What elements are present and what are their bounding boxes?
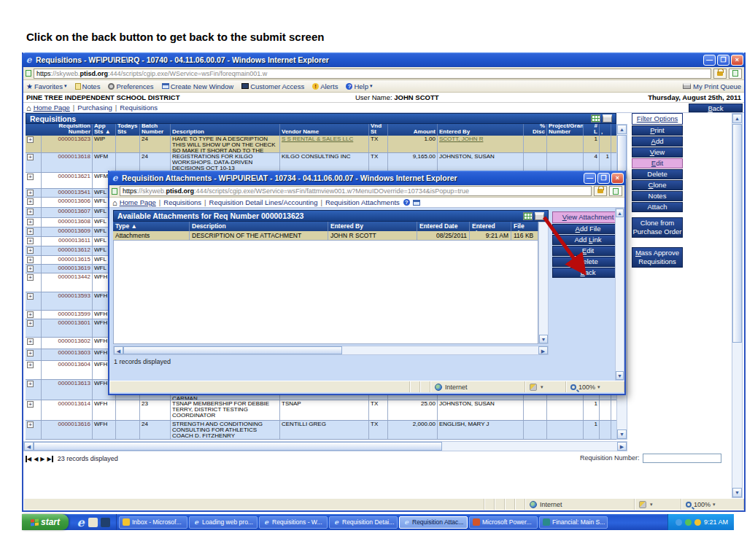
next-record-icon[interactable]: ▶: [40, 456, 44, 462]
page-scroll-down-icon[interactable]: ▼: [616, 371, 624, 380]
expand-row-icon[interactable]: +: [27, 190, 34, 196]
attachments-vscrollbar[interactable]: ▼: [538, 222, 549, 344]
export-excel-icon[interactable]: [591, 114, 600, 122]
add-file-button[interactable]: Add File: [552, 224, 624, 234]
task-requisition-detai[interactable]: eRequisition Detai...: [329, 516, 398, 529]
tray-icon[interactable]: [676, 519, 682, 526]
task-inbox-microsof[interactable]: Inbox - Microsof...: [119, 516, 187, 529]
modal-page-vscrollbar[interactable]: ▲ ▼: [615, 208, 624, 381]
toolbar-item-preferences[interactable]: Preferences: [108, 82, 153, 90]
expand-row-icon[interactable]: +: [27, 154, 34, 160]
expand-row-icon[interactable]: +: [27, 362, 34, 368]
page-scroll-up-icon[interactable]: ▲: [616, 209, 624, 217]
page-vscrollbar[interactable]: ▲ ▼: [732, 113, 743, 498]
print-queue-item[interactable]: My Print Queue: [683, 82, 741, 90]
main-url-field[interactable]: https://skyweb.ptisd.org:444/scripts/cgi…: [34, 69, 711, 79]
toolbar-item-alerts[interactable]: !Alerts: [312, 82, 338, 90]
toolbar-item-notes[interactable]: Notes: [75, 82, 101, 90]
print-button[interactable]: Print: [632, 125, 683, 136]
expand-row-icon[interactable]: +: [27, 350, 34, 357]
scroll-down-icon[interactable]: ▼: [539, 335, 548, 343]
page-scroll-up-icon[interactable]: ▲: [732, 114, 742, 123]
attachment-row[interactable]: AttachmentsDESCRIPTION OF THE ATTACHMENT…: [113, 231, 538, 241]
back-button[interactable]: Back: [552, 268, 624, 278]
session-icon[interactable]: [413, 200, 420, 206]
breadcrumb-requisitions[interactable]: Requisitions: [163, 198, 201, 206]
scroll-left-icon[interactable]: ◀: [24, 442, 34, 451]
expand-row-icon[interactable]: +: [27, 136, 34, 143]
hscroll-thumb[interactable]: [123, 346, 342, 354]
hscroll-thumb[interactable]: [34, 442, 442, 451]
delete-button[interactable]: Delete: [632, 169, 683, 179]
view-attachment-button[interactable]: View Attachment: [552, 211, 624, 223]
expand-row-icon[interactable]: +: [27, 401, 34, 408]
scroll-up-icon[interactable]: ▲: [617, 125, 627, 134]
add-link-button[interactable]: Add Link: [552, 235, 624, 245]
expand-row-icon[interactable]: +: [27, 293, 34, 300]
attach-button[interactable]: Attach: [632, 202, 683, 212]
breadcrumb-purchasing[interactable]: Purchasing: [77, 104, 112, 112]
scroll-left-icon[interactable]: ◀: [114, 346, 123, 354]
scroll-right-icon[interactable]: ▶: [617, 442, 627, 451]
expand-row-icon[interactable]: +: [27, 174, 34, 180]
expand-row-icon[interactable]: +: [27, 247, 34, 254]
modal-minimize-button[interactable]: —: [584, 173, 596, 184]
expand-row-icon[interactable]: +: [27, 320, 34, 327]
table-row[interactable]: +0000013618WFM24REGISTRATIONS FOR KILGO …: [26, 153, 616, 173]
desktop-quicklaunch-icon[interactable]: [88, 518, 98, 527]
mass-approve-requisitions-button[interactable]: Mass Approve Requisitions: [632, 247, 683, 268]
filter-options-button[interactable]: Filter Options: [632, 113, 683, 125]
expand-row-icon[interactable]: +: [27, 265, 34, 272]
back-button-top[interactable]: Back: [689, 104, 743, 112]
expand-row-icon[interactable]: +: [27, 274, 34, 281]
close-button[interactable]: ×: [731, 55, 743, 66]
req-number-input[interactable]: [643, 454, 721, 463]
expand-row-icon[interactable]: +: [27, 338, 34, 345]
table-row[interactable]: +0000013623WIP24HAVE TO TYPE IN A DESCRI…: [26, 136, 616, 153]
expand-row-icon[interactable]: +: [27, 219, 34, 225]
main-grid-hscrollbar[interactable]: ◀ ▶: [23, 441, 627, 451]
last-record-icon[interactable]: ▶: [47, 456, 53, 462]
tray-icon[interactable]: [694, 519, 701, 526]
toolbar-item-customer-access[interactable]: Customer Access: [241, 82, 304, 90]
export-excel-icon[interactable]: [523, 212, 533, 220]
toolbar-item-help[interactable]: ?Help▾: [346, 82, 372, 90]
toolbar-item-favorites[interactable]: ★Favorites▾: [26, 82, 67, 90]
task-requisition-attac[interactable]: eRequisition Attac...: [399, 516, 468, 529]
attachments-hscrollbar[interactable]: ◀ ▶: [113, 346, 549, 355]
clone-button[interactable]: Clone: [632, 180, 683, 190]
breadcrumb-home-page[interactable]: Home Page: [120, 198, 156, 206]
clone-from-purchase-order-button[interactable]: Clone from Purchase Order: [632, 217, 683, 238]
vendor-link[interactable]: S S RENTAL & SALES LLC: [282, 136, 353, 142]
minimize-button[interactable]: —: [703, 55, 716, 66]
delete-button[interactable]: Delete: [552, 257, 624, 267]
expand-row-icon[interactable]: +: [27, 238, 34, 244]
toolbar-item-create-new-window[interactable]: Create New Window: [162, 82, 234, 90]
start-button[interactable]: start: [22, 514, 69, 530]
task-loading-web-pro[interactable]: eLoading web pro...: [189, 516, 258, 529]
expand-row-icon[interactable]: +: [27, 209, 34, 215]
scroll-down-icon[interactable]: ▼: [617, 429, 627, 439]
breadcrumb-requisition-detail-lines-accounting[interactable]: Requisition Detail Lines/Accounting: [209, 198, 318, 206]
expand-row-icon[interactable]: +: [27, 311, 34, 318]
edit-button[interactable]: Edit: [552, 246, 624, 256]
zoom-control[interactable]: 100%▾: [566, 381, 624, 392]
expand-row-icon[interactable]: +: [27, 421, 34, 428]
add-button[interactable]: Add: [632, 136, 683, 147]
page-vscroll-thumb[interactable]: [732, 124, 742, 343]
breadcrumb-home-page[interactable]: Home Page: [34, 104, 70, 112]
task-financial-main-s[interactable]: Financial: Main S...: [539, 516, 608, 529]
print-grid-icon[interactable]: [603, 114, 612, 122]
expand-row-icon[interactable]: +: [27, 198, 34, 205]
modal-restore-button[interactable]: ❐: [597, 173, 610, 184]
page-scroll-down-icon[interactable]: ▼: [732, 488, 742, 497]
zoom-control[interactable]: 100%▾: [681, 499, 744, 510]
app-quicklaunch-icon[interactable]: [101, 518, 110, 527]
task-requisitions-w[interactable]: eRequisitions - W...: [259, 516, 328, 529]
expand-row-icon[interactable]: +: [27, 257, 34, 263]
prev-record-icon[interactable]: ◀: [34, 456, 38, 462]
expand-row-icon[interactable]: +: [27, 228, 34, 235]
breadcrumb-requisition-attachments[interactable]: Requisition Attachments: [325, 198, 400, 206]
view-button[interactable]: View: [632, 147, 683, 158]
breadcrumb-requisitions[interactable]: Requisitions: [120, 104, 158, 112]
